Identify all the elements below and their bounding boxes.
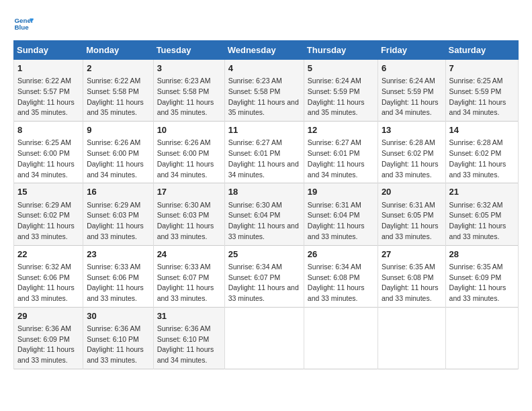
column-header-friday: Friday <box>378 41 445 60</box>
calendar-cell <box>378 307 445 369</box>
day-info: Sunrise: 6:25 AMSunset: 6:00 PMDaylight:… <box>17 138 75 178</box>
day-info: Sunrise: 6:34 AMSunset: 6:07 PMDaylight:… <box>228 263 299 302</box>
calendar-cell: 30Sunrise: 6:36 AMSunset: 6:10 PMDayligh… <box>83 307 153 369</box>
calendar-cell: 16Sunrise: 6:29 AMSunset: 6:03 PMDayligh… <box>83 183 153 245</box>
day-number: 4 <box>228 62 300 75</box>
day-info: Sunrise: 6:25 AMSunset: 5:59 PMDaylight:… <box>449 77 506 116</box>
calendar-cell: 11Sunrise: 6:27 AMSunset: 6:01 PMDayligh… <box>224 122 304 183</box>
calendar-cell: 15Sunrise: 6:29 AMSunset: 6:02 PMDayligh… <box>14 183 83 245</box>
calendar-cell: 12Sunrise: 6:27 AMSunset: 6:01 PMDayligh… <box>304 122 378 183</box>
column-header-tuesday: Tuesday <box>153 41 224 60</box>
day-number: 26 <box>308 248 374 261</box>
day-info: Sunrise: 6:26 AMSunset: 6:00 PMDaylight:… <box>157 138 214 178</box>
calendar-cell: 28Sunrise: 6:35 AMSunset: 6:09 PMDayligh… <box>445 245 518 307</box>
calendar-cell: 1Sunrise: 6:22 AMSunset: 5:57 PMDaylight… <box>14 60 83 122</box>
calendar-week-row: 8Sunrise: 6:25 AMSunset: 6:00 PMDaylight… <box>14 122 519 183</box>
day-number: 27 <box>382 248 442 261</box>
day-number: 29 <box>17 310 79 322</box>
day-info: Sunrise: 6:23 AMSunset: 5:58 PMDaylight:… <box>157 77 214 116</box>
day-number: 16 <box>87 186 149 198</box>
day-info: Sunrise: 6:26 AMSunset: 6:00 PMDaylight:… <box>87 138 144 178</box>
calendar-cell: 23Sunrise: 6:33 AMSunset: 6:06 PMDayligh… <box>83 245 153 307</box>
calendar-cell: 26Sunrise: 6:34 AMSunset: 6:08 PMDayligh… <box>304 245 378 307</box>
calendar-cell: 10Sunrise: 6:26 AMSunset: 6:00 PMDayligh… <box>153 122 224 183</box>
calendar-cell: 21Sunrise: 6:32 AMSunset: 6:05 PMDayligh… <box>445 183 518 245</box>
day-info: Sunrise: 6:32 AMSunset: 6:06 PMDaylight:… <box>17 263 75 302</box>
day-info: Sunrise: 6:29 AMSunset: 6:03 PMDaylight:… <box>87 201 144 240</box>
logo-icon: General Blue <box>13 13 34 34</box>
day-info: Sunrise: 6:22 AMSunset: 5:57 PMDaylight:… <box>17 77 75 116</box>
day-info: Sunrise: 6:24 AMSunset: 5:59 PMDaylight:… <box>382 77 439 116</box>
day-info: Sunrise: 6:27 AMSunset: 6:01 PMDaylight:… <box>228 138 299 178</box>
header: General Blue <box>13 13 519 34</box>
calendar-cell: 19Sunrise: 6:31 AMSunset: 6:04 PMDayligh… <box>304 183 378 245</box>
day-number: 1 <box>17 62 79 75</box>
calendar-cell: 14Sunrise: 6:28 AMSunset: 6:02 PMDayligh… <box>445 122 518 183</box>
day-info: Sunrise: 6:22 AMSunset: 5:58 PMDaylight:… <box>87 77 144 116</box>
calendar-cell: 6Sunrise: 6:24 AMSunset: 5:59 PMDaylight… <box>378 60 445 122</box>
day-info: Sunrise: 6:32 AMSunset: 6:05 PMDaylight:… <box>449 201 506 240</box>
calendar-week-row: 22Sunrise: 6:32 AMSunset: 6:06 PMDayligh… <box>14 245 519 307</box>
day-number: 17 <box>157 186 221 198</box>
calendar-cell: 27Sunrise: 6:35 AMSunset: 6:08 PMDayligh… <box>378 245 445 307</box>
calendar-cell <box>304 307 378 369</box>
logo: General Blue <box>13 13 34 34</box>
column-header-sunday: Sunday <box>14 41 83 60</box>
calendar-cell <box>445 307 518 369</box>
day-number: 12 <box>308 124 374 136</box>
day-info: Sunrise: 6:24 AMSunset: 5:59 PMDaylight:… <box>308 77 365 116</box>
calendar-cell: 5Sunrise: 6:24 AMSunset: 5:59 PMDaylight… <box>304 60 378 122</box>
calendar-cell: 29Sunrise: 6:36 AMSunset: 6:09 PMDayligh… <box>14 307 83 369</box>
day-number: 31 <box>157 310 221 322</box>
day-number: 18 <box>228 186 300 198</box>
day-number: 5 <box>308 62 374 75</box>
calendar-cell: 22Sunrise: 6:32 AMSunset: 6:06 PMDayligh… <box>14 245 83 307</box>
day-number: 23 <box>87 248 149 261</box>
day-info: Sunrise: 6:33 AMSunset: 6:07 PMDaylight:… <box>157 263 214 302</box>
day-number: 2 <box>87 62 149 75</box>
calendar-cell: 7Sunrise: 6:25 AMSunset: 5:59 PMDaylight… <box>445 60 518 122</box>
calendar-cell: 9Sunrise: 6:26 AMSunset: 6:00 PMDaylight… <box>83 122 153 183</box>
day-info: Sunrise: 6:35 AMSunset: 6:08 PMDaylight:… <box>382 263 439 302</box>
day-number: 11 <box>228 124 300 136</box>
calendar-cell: 24Sunrise: 6:33 AMSunset: 6:07 PMDayligh… <box>153 245 224 307</box>
calendar-cell: 2Sunrise: 6:22 AMSunset: 5:58 PMDaylight… <box>83 60 153 122</box>
day-info: Sunrise: 6:30 AMSunset: 6:04 PMDaylight:… <box>228 201 299 240</box>
day-number: 6 <box>382 62 442 75</box>
calendar-cell: 17Sunrise: 6:30 AMSunset: 6:03 PMDayligh… <box>153 183 224 245</box>
day-info: Sunrise: 6:36 AMSunset: 6:10 PMDaylight:… <box>157 324 214 364</box>
calendar-cell: 13Sunrise: 6:28 AMSunset: 6:02 PMDayligh… <box>378 122 445 183</box>
calendar-cell <box>224 307 304 369</box>
calendar-cell: 20Sunrise: 6:31 AMSunset: 6:05 PMDayligh… <box>378 183 445 245</box>
day-number: 25 <box>228 248 300 261</box>
day-number: 8 <box>17 124 79 136</box>
day-number: 3 <box>157 62 221 75</box>
day-info: Sunrise: 6:30 AMSunset: 6:03 PMDaylight:… <box>157 201 214 240</box>
day-info: Sunrise: 6:28 AMSunset: 6:02 PMDaylight:… <box>449 138 506 178</box>
day-number: 13 <box>382 124 442 136</box>
calendar-table: SundayMondayTuesdayWednesdayThursdayFrid… <box>13 40 519 369</box>
calendar-cell: 31Sunrise: 6:36 AMSunset: 6:10 PMDayligh… <box>153 307 224 369</box>
calendar-cell: 3Sunrise: 6:23 AMSunset: 5:58 PMDaylight… <box>153 60 224 122</box>
calendar-cell: 18Sunrise: 6:30 AMSunset: 6:04 PMDayligh… <box>224 183 304 245</box>
day-number: 9 <box>87 124 149 136</box>
calendar-cell: 8Sunrise: 6:25 AMSunset: 6:00 PMDaylight… <box>14 122 83 183</box>
day-number: 7 <box>449 62 515 75</box>
column-header-wednesday: Wednesday <box>224 41 304 60</box>
calendar-week-row: 1Sunrise: 6:22 AMSunset: 5:57 PMDaylight… <box>14 60 519 122</box>
day-number: 19 <box>308 186 374 198</box>
day-number: 24 <box>157 248 221 261</box>
day-info: Sunrise: 6:28 AMSunset: 6:02 PMDaylight:… <box>382 138 439 178</box>
day-number: 21 <box>449 186 515 198</box>
svg-text:Blue: Blue <box>15 24 30 31</box>
day-number: 22 <box>17 248 79 261</box>
day-info: Sunrise: 6:34 AMSunset: 6:08 PMDaylight:… <box>308 263 365 302</box>
column-header-thursday: Thursday <box>304 41 378 60</box>
column-header-monday: Monday <box>83 41 153 60</box>
calendar-header-row: SundayMondayTuesdayWednesdayThursdayFrid… <box>14 41 519 60</box>
day-number: 28 <box>449 248 515 261</box>
day-info: Sunrise: 6:29 AMSunset: 6:02 PMDaylight:… <box>17 201 75 240</box>
day-number: 15 <box>17 186 79 198</box>
day-info: Sunrise: 6:31 AMSunset: 6:05 PMDaylight:… <box>382 201 439 240</box>
day-info: Sunrise: 6:27 AMSunset: 6:01 PMDaylight:… <box>308 138 365 178</box>
